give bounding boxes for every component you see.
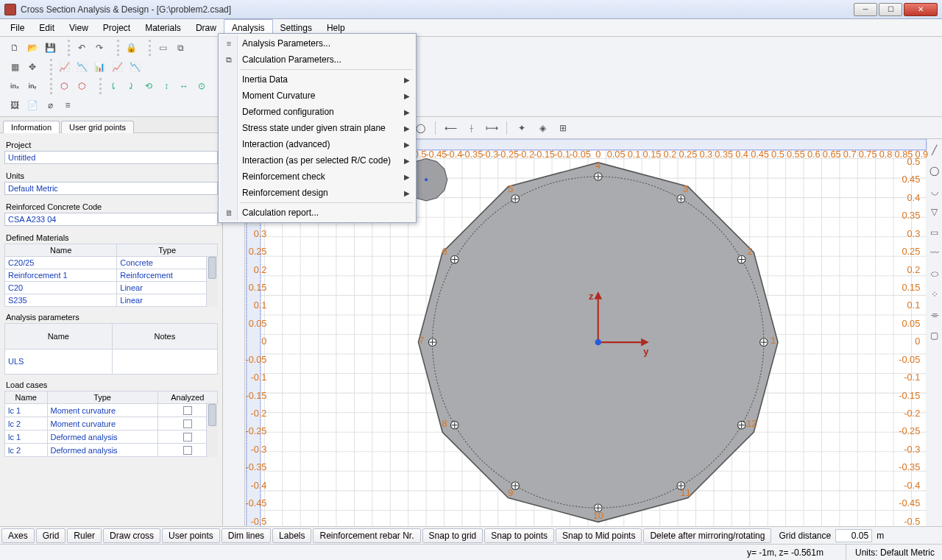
menu-item-inertia-data[interactable]: Inertia Data▶	[220, 71, 414, 88]
nz-icon[interactable]: ⊙	[194, 78, 210, 94]
copy-icon[interactable]: ⧉	[172, 40, 188, 56]
menu-item-stress-state-under-given-strain-plane[interactable]: Stress state under given strain plane▶	[220, 120, 414, 136]
list-icon[interactable]: ≡	[60, 97, 76, 113]
menu-item-reinforcement-check[interactable]: Reinforcement check▶	[220, 169, 414, 185]
option-grid[interactable]: Grid	[36, 528, 66, 543]
analyzed-checkbox[interactable]	[183, 419, 192, 428]
table-row[interactable]: C20Linear	[5, 282, 218, 294]
chart2-icon[interactable]: 📉	[74, 59, 90, 75]
new-file-icon[interactable]: 🗋	[7, 40, 23, 56]
maximize-button[interactable]: ☐	[879, 3, 902, 16]
option-delete-after-mirroring-rotating[interactable]: Delete after mirroring/rotating	[643, 528, 771, 543]
option-snap-to-mid-points[interactable]: Snap to Mid points	[556, 528, 642, 543]
option-ruler[interactable]: Ruler	[67, 528, 102, 543]
menu-item-calculation-report[interactable]: Calculation report...🗎	[220, 205, 414, 221]
table-row[interactable]: Reinforcement 1Reinforcement	[5, 269, 218, 282]
table-row[interactable]: C20/25Concrete	[5, 257, 218, 269]
materials-scrollbar[interactable]	[206, 257, 218, 307]
menu-item-moment-curvature[interactable]: Moment Curvature▶	[220, 88, 414, 104]
project-input[interactable]	[4, 151, 218, 164]
table-row[interactable]: lc 1Deformed analysis	[5, 430, 218, 444]
lock-icon[interactable]: 🔒	[123, 40, 139, 56]
minimize-button[interactable]: ─	[854, 3, 877, 16]
chart4-icon[interactable]: 📈	[109, 59, 125, 75]
units-input[interactable]	[4, 182, 218, 195]
menu-view[interactable]: View	[62, 19, 96, 36]
snap1-icon[interactable]: ✦	[514, 120, 530, 136]
svg-text:-0.3: -0.3	[251, 444, 267, 455]
section-b-icon[interactable]: ⬡	[74, 78, 90, 94]
tab-user-grid-points[interactable]: User grid points	[61, 121, 134, 133]
analyzed-checkbox[interactable]	[183, 446, 192, 455]
arrow-left-icon[interactable]: ⟵	[442, 120, 458, 136]
menu-item-calculation-parameters[interactable]: Calculation Parameters...⧉	[220, 52, 414, 68]
svg-text:0.35: 0.35	[715, 149, 733, 160]
svg-text:0.05: 0.05	[902, 318, 920, 329]
svg-text:z: z	[589, 291, 594, 302]
option-user-points[interactable]: User points	[162, 528, 220, 543]
save-file-icon[interactable]: 💾	[42, 40, 58, 56]
nx-icon[interactable]: ↕	[158, 78, 174, 94]
materials-table[interactable]: NameTypeC20/25ConcreteReinforcement 1Rei…	[4, 244, 218, 307]
export-pdf-icon[interactable]: 📄	[24, 97, 40, 113]
my-icon[interactable]: ⤸	[123, 78, 139, 94]
ny-icon[interactable]: ↔	[176, 78, 192, 94]
option-draw-cross[interactable]: Draw cross	[103, 528, 160, 543]
menu-item-icon: 🗎	[223, 207, 235, 219]
menu-item-deformed-configuration[interactable]: Deformed configuration▶	[220, 104, 414, 120]
params-table[interactable]: NameNotesULS	[4, 323, 218, 375]
menu-item-interaction-advanced[interactable]: Interaction (advanced)▶	[220, 136, 414, 152]
analyzed-checkbox[interactable]	[183, 433, 192, 442]
menu-project[interactable]: Project	[96, 19, 138, 36]
redo-icon[interactable]: ↷	[91, 40, 107, 56]
menu-item-interaction-as-per-selected-r-c-code[interactable]: Interaction (as per selected R/C code)▶	[220, 152, 414, 169]
in-y-icon[interactable]: inᵧ	[24, 78, 40, 94]
option-labels[interactable]: Labels	[272, 528, 311, 543]
move-icon[interactable]: ✥	[24, 59, 40, 75]
table-row[interactable]: lc 2Deformed analysis	[5, 444, 218, 457]
chart1-icon[interactable]: 📈	[56, 59, 72, 75]
svg-text:8: 8	[442, 418, 447, 429]
select-icon[interactable]: ▦	[7, 59, 23, 75]
option-snap-to-grid[interactable]: Snap to grid	[422, 528, 484, 543]
rect-icon[interactable]: ▭	[155, 40, 171, 56]
chart5-icon[interactable]: 📉	[127, 59, 143, 75]
option-dim-lines[interactable]: Dim lines	[222, 528, 271, 543]
mz-icon[interactable]: ⟲	[141, 78, 157, 94]
table-row[interactable]: lc 1Moment curvature	[5, 404, 218, 417]
tab-information[interactable]: Information	[3, 121, 60, 133]
svg-text:-0.05: -0.05	[245, 354, 266, 365]
option-snap-to-points[interactable]: Snap to points	[484, 528, 554, 543]
chart3-icon[interactable]: 📊	[91, 59, 107, 75]
table-row[interactable]: S235Linear	[5, 294, 218, 307]
undo-icon[interactable]: ↶	[74, 40, 90, 56]
table-row[interactable]: lc 2Moment curvature	[5, 417, 218, 430]
loadcases-table[interactable]: NameTypeAnalyzedlc 1Moment curvaturelc 2…	[4, 391, 218, 457]
mx-icon[interactable]: ⤹	[105, 78, 121, 94]
close-button[interactable]: ✕	[904, 3, 938, 16]
open-file-icon[interactable]: 📂	[24, 40, 40, 56]
grid-distance-input[interactable]	[835, 529, 872, 542]
option-axes[interactable]: Axes	[1, 528, 35, 543]
menu-materials[interactable]: Materials	[138, 19, 188, 36]
analyzed-checkbox[interactable]	[183, 406, 192, 415]
snap3-icon[interactable]: ⊞	[555, 120, 571, 136]
menu-item-reinforcement-design[interactable]: Reinforcement design▶	[220, 185, 414, 201]
menu-edit[interactable]: Edit	[32, 19, 62, 36]
rc-code-input[interactable]	[4, 213, 218, 226]
loadcases-scrollbar[interactable]	[206, 404, 218, 457]
menu-item-analysis-parameters[interactable]: Analysis Parameters...≡	[220, 35, 414, 52]
section-a-icon[interactable]: ⬡	[56, 78, 72, 94]
export-img-icon[interactable]: 🖼	[7, 97, 23, 113]
in-x-icon[interactable]: inₓ	[7, 78, 23, 94]
submenu-arrow-icon: ▶	[404, 173, 410, 181]
snap2-icon[interactable]: ◈	[534, 120, 550, 136]
arrow-right-icon[interactable]: ⟼	[484, 120, 500, 136]
submenu-arrow-icon: ▶	[404, 124, 410, 132]
option-reinforcement-rebar-nr[interactable]: Reinforcement rebar Nr.	[313, 528, 420, 543]
settings-icon[interactable]: ⌀	[42, 97, 58, 113]
align-v-icon[interactable]: ⟊	[463, 120, 479, 136]
svg-text:0.55: 0.55	[787, 149, 805, 160]
table-row[interactable]: ULS	[5, 349, 218, 375]
menu-file[interactable]: File	[3, 19, 32, 36]
